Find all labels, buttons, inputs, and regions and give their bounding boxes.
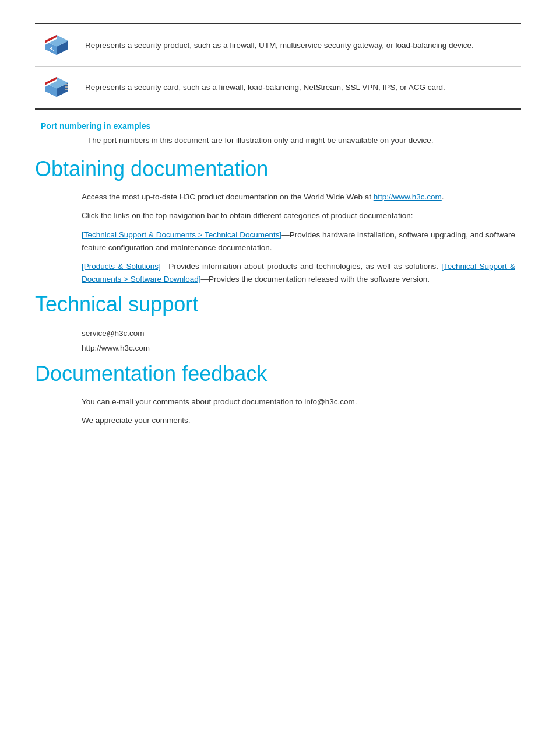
h3c-link-1[interactable]: http://www.h3c.com [374, 192, 442, 201]
products-solutions-link[interactable]: [Products & Solutions] [82, 262, 161, 271]
port-numbering-text: The port numbers in this document are fo… [41, 134, 521, 147]
obtaining-documentation-heading: Obtaining documentation [35, 157, 521, 181]
technical-support-heading: Technical support [35, 292, 521, 317]
svg-point-9 [53, 50, 54, 51]
obtaining-para-1-suffix: . [442, 192, 444, 201]
obtaining-para-4-suffix: —Provides the documentation released wit… [200, 275, 429, 284]
documentation-feedback-content: You can e-mail your comments about produ… [35, 396, 521, 428]
tech-support-docs-link[interactable]: [Technical Support & Documents > Technic… [82, 230, 281, 239]
obtaining-para-1: Access the most up-to-date H3C product d… [82, 191, 515, 204]
support-email: service@h3c.com [35, 326, 521, 341]
obtaining-para-2: Click the links on the top navigation ba… [82, 209, 515, 222]
obtaining-para-3: [Technical Support & Documents > Technic… [82, 229, 515, 255]
obtaining-documentation-content: Access the most up-to-date H3C product d… [35, 191, 521, 286]
documentation-feedback-section: Documentation feedback You can e-mail yo… [35, 362, 521, 428]
port-numbering-title: Port numbering in examples [41, 121, 521, 131]
obtaining-para-4-middle: —Provides information about products and… [161, 262, 441, 271]
icon-cell-2 [35, 66, 78, 109]
obtaining-documentation-section: Obtaining documentation Access the most … [35, 157, 521, 286]
obtaining-para-1-prefix: Access the most up-to-date H3C product d… [82, 192, 374, 201]
table-row: Represents a security card, such as a fi… [35, 66, 521, 109]
icon-cell-1 [35, 24, 78, 66]
svg-rect-17 [65, 84, 68, 85]
feedback-para-1: You can e-mail your comments about produ… [82, 396, 515, 408]
documentation-feedback-heading: Documentation feedback [35, 362, 521, 386]
technical-support-content: service@h3c.com http://www.h3c.com [35, 326, 521, 356]
obtaining-para-4: [Products & Solutions]—Provides informat… [82, 260, 515, 286]
svg-rect-19 [65, 89, 68, 90]
security-product-icon [42, 30, 71, 57]
table-cell-1-text: Represents a security product, such as a… [78, 24, 521, 66]
icon-table: Represents a security product, such as a… [35, 23, 521, 110]
support-website: http://www.h3c.com [35, 341, 521, 356]
security-card-icon [42, 72, 71, 99]
table-cell-2-text: Represents a security card, such as a fi… [78, 66, 521, 109]
table-row: Represents a security product, such as a… [35, 24, 521, 66]
feedback-para-2: We appreciate your comments. [82, 414, 515, 427]
svg-rect-18 [65, 86, 68, 88]
svg-point-10 [51, 47, 52, 48]
svg-point-8 [50, 48, 51, 49]
port-numbering-section: Port numbering in examples The port numb… [35, 121, 521, 147]
technical-support-section: Technical support service@h3c.com http:/… [35, 292, 521, 356]
